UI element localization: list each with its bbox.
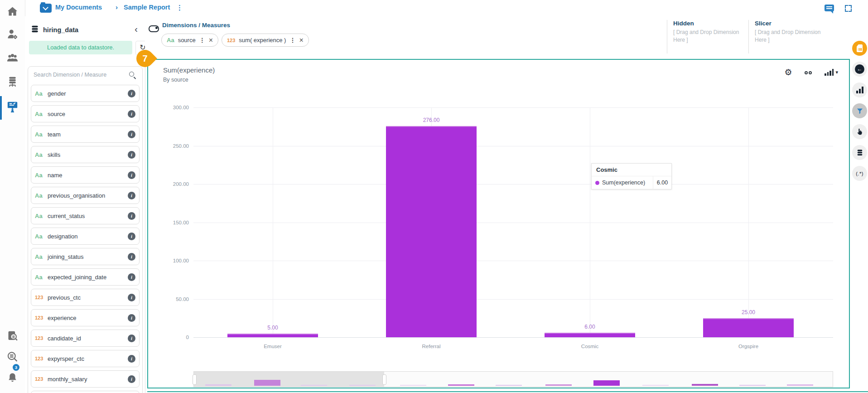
chart-type-selector-icon[interactable]: ▾ [825,69,838,76]
bar-chart-icon[interactable] [852,82,867,97]
chip-source[interactable]: Aasource⋮× [161,34,218,47]
right-tool-rail: ← (.*) [852,16,868,393]
numeric-type-icon: 123 [35,315,48,320]
field-item-gender[interactable]: Aagenderi [31,85,140,102]
info-icon[interactable]: i [128,90,135,97]
info-icon[interactable]: i [128,212,135,220]
info-icon[interactable]: i [128,355,135,363]
minimap-bar [400,385,426,386]
text-type-icon: Aa [167,37,174,44]
datastore-icon[interactable] [6,76,19,88]
info-icon[interactable]: i [128,314,135,322]
minimap-right-handle[interactable] [382,374,386,385]
info-icon[interactable]: i [128,110,135,118]
gear-icon[interactable]: ⚙ [784,68,792,77]
info-icon[interactable]: i [128,375,135,383]
y-axis-tick: 200.00 [162,181,189,187]
field-item-previous_organisation[interactable]: Aaprevious_organisationi [31,187,140,204]
slicer-title: Slicer [755,20,831,27]
users-group-icon[interactable] [6,52,19,64]
field-item-source[interactable]: Aasourcei [31,105,140,122]
breadcrumb-sample-report[interactable]: Sample Report [124,4,170,11]
zoom-minimap[interactable] [193,371,833,387]
gridline [590,107,590,337]
gridline [193,184,833,184]
info-icon[interactable]: i [128,192,135,199]
field-label: experience [48,315,77,321]
search-icon[interactable] [129,72,136,78]
comment-icon[interactable] [825,5,834,11]
bar-Emuser[interactable] [227,334,318,337]
storage-card-icon[interactable] [852,41,867,56]
report-icon[interactable] [6,101,19,113]
field-label: joining_status [48,253,84,260]
info-icon[interactable]: i [128,171,135,179]
info-icon[interactable]: i [128,335,135,342]
back-arrow-icon[interactable]: ← [852,62,867,77]
data-audit-icon[interactable] [6,330,19,342]
field-item-name[interactable]: Aanamei [31,166,140,184]
field-label: name [48,172,63,179]
kebab-menu-icon[interactable]: ⋮ [199,37,205,44]
field-item-monthly_salary[interactable]: 123monthly_salaryi [31,370,140,388]
field-item-offered_ctc[interactable]: 123offered_ctci [31,391,140,393]
field-item-expected_joining_date[interactable]: Aaexpected_joining_datei [31,268,140,286]
close-icon[interactable]: × [299,36,303,44]
bar-Cosmic[interactable] [545,333,635,337]
user-settings-icon[interactable] [6,28,19,40]
chart-subtitle: By source [163,77,188,83]
pointer-hand-icon[interactable] [852,124,867,139]
breadcrumb-separator: › [116,3,118,11]
field-list: AagenderiAasourceiAateamiAaskillsiAaname… [28,85,142,393]
info-icon[interactable]: i [128,233,135,240]
home-icon[interactable] [6,5,19,18]
bar-value-label: 25.00 [721,309,776,315]
annotation-badge[interactable]: 7 [133,46,157,71]
info-icon[interactable]: i [128,253,135,261]
bar-Referral[interactable] [386,126,477,337]
field-item-joining_status[interactable]: Aajoining_statusi [31,248,140,265]
series-color-dot [595,181,599,185]
kebab-menu-icon[interactable]: ⋮ [289,37,295,44]
slicer-drop-zone[interactable]: Slicer [ Drag and Drop Dimension Here ] [748,20,831,53]
field-item-team[interactable]: Aateami [31,126,140,143]
info-icon[interactable]: i [128,294,135,301]
regex-icon[interactable]: (.*) [852,166,867,181]
search-input[interactable] [33,71,121,78]
field-label: designation [48,233,78,240]
minimap-bar [349,385,376,386]
info-icon[interactable]: i [128,273,135,281]
hidden-drop-zone[interactable]: Hidden [ Drag and Drop Dimension Here ] [667,20,749,53]
field-item-previous_ctc[interactable]: 123previous_ctci [31,289,140,306]
toggle-icon[interactable] [149,25,159,32]
close-icon[interactable]: × [209,36,213,44]
field-label: expected_joining_date [48,274,106,281]
filter-funnel-icon[interactable] [852,103,867,118]
x-axis-label: Cosmic [554,344,626,349]
field-item-experience[interactable]: 123experiencei [31,309,140,326]
data-search-icon[interactable] [6,351,19,363]
collapse-panel-icon[interactable]: ‹ [135,24,138,34]
field-item-skills[interactable]: Aaskillsi [31,146,140,163]
chip-sum-experience-[interactable]: 123sum( experience )⋮× [222,34,309,47]
minimap-left-handle[interactable] [193,374,197,385]
gridline [193,299,833,300]
text-type-icon: Aa [35,233,48,240]
field-item-designation[interactable]: Aadesignationi [31,228,140,245]
field-item-candidate_id[interactable]: 123candidate_idi [31,330,140,347]
report-kebab-menu-icon[interactable]: ⋮ [176,4,183,12]
minimap-bar [739,385,766,386]
fullscreen-icon[interactable] [845,5,852,12]
breadcrumb-my-documents[interactable]: My Documents [55,4,102,11]
info-icon[interactable]: i [128,131,135,138]
panel-bottom-border [147,391,868,392]
y-axis-tick: 150.00 [162,220,189,225]
field-item-expyrsper_ctc[interactable]: 123expyrsper_ctci [31,350,140,367]
field-label: current_status [48,213,85,219]
database-icon[interactable] [852,145,867,160]
field-item-current_status[interactable]: Aacurrent_statusi [31,207,140,224]
field-label: previous_ctc [48,294,81,301]
info-icon[interactable]: i [128,151,135,159]
bar-Orgspire[interactable] [703,318,794,337]
notifications-bell-icon[interactable] [6,372,19,384]
